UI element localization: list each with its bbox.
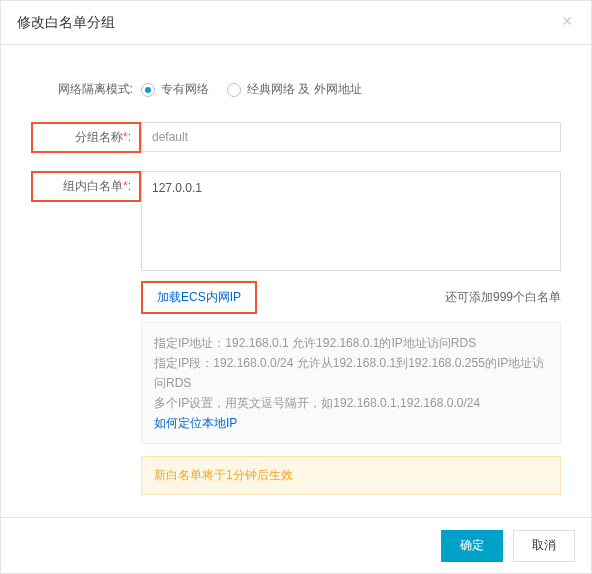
label-whitelist-text: 组内白名单 — [63, 179, 123, 193]
whitelist-link-row: 加载ECS内网IP 还可添加999个白名单 — [141, 281, 561, 314]
label-whitelist: 组内白名单*: — [31, 171, 141, 202]
whitelist-tip-box: 指定IP地址：192.168.0.1 允许192.168.0.1的IP地址访问R… — [141, 322, 561, 444]
dialog-footer: 确定 取消 — [1, 517, 591, 573]
required-mark: * — [123, 130, 128, 144]
required-mark: * — [123, 179, 128, 193]
tip-line-multi: 多个IP设置，用英文逗号隔开，如192.168.0.1,192.168.0.0/… — [154, 393, 548, 413]
whitelist-dialog: 修改白名单分组 × 网络隔离模式: 专有网络 经典网络 及 外网地址 分组名称*… — [0, 0, 592, 574]
radio-icon — [227, 83, 241, 97]
label-group-name: 分组名称*: — [31, 122, 141, 153]
cancel-button[interactable]: 取消 — [513, 530, 575, 562]
tip-line-cidr: 指定IP段：192.168.0.0/24 允许从192.168.0.1到192.… — [154, 353, 548, 393]
dialog-title: 修改白名单分组 — [17, 14, 115, 32]
tip-line-ip: 指定IP地址：192.168.0.1 允许192.168.0.1的IP地址访问R… — [154, 333, 548, 353]
load-ecs-ip-highlight: 加载ECS内网IP — [141, 281, 257, 314]
whitelist-warning: 新白名单将于1分钟后生效 — [141, 456, 561, 495]
ok-button[interactable]: 确定 — [441, 530, 503, 562]
radio-label: 专有网络 — [161, 81, 209, 98]
dialog-header: 修改白名单分组 × — [1, 1, 591, 45]
close-icon[interactable]: × — [557, 11, 577, 31]
label-group-name-text: 分组名称 — [75, 130, 123, 144]
group-name-input[interactable]: default — [141, 122, 561, 152]
dialog-body: 网络隔离模式: 专有网络 经典网络 及 外网地址 分组名称*: default — [1, 45, 591, 517]
radio-private-network[interactable]: 专有网络 — [141, 81, 209, 98]
whitelist-textarea[interactable]: 127.0.0.1 — [141, 171, 561, 271]
radio-label: 经典网络 及 外网地址 — [247, 81, 362, 98]
radio-group-network-mode: 专有网络 经典网络 及 外网地址 — [141, 75, 561, 104]
label-network-mode: 网络隔离模式: — [31, 75, 141, 104]
row-network-mode: 网络隔离模式: 专有网络 经典网络 及 外网地址 — [31, 75, 561, 104]
radio-icon — [141, 83, 155, 97]
load-ecs-ip-link[interactable]: 加载ECS内网IP — [157, 290, 241, 304]
radio-classic-network[interactable]: 经典网络 及 外网地址 — [227, 81, 362, 98]
row-whitelist: 组内白名单*: 127.0.0.1 加载ECS内网IP 还可添加999个白名单 … — [31, 171, 561, 495]
locate-local-ip-link[interactable]: 如何定位本地IP — [154, 413, 548, 433]
whitelist-remaining-text: 还可添加999个白名单 — [445, 289, 561, 306]
control-group-name: default — [141, 122, 561, 152]
row-group-name: 分组名称*: default — [31, 122, 561, 153]
control-whitelist: 127.0.0.1 加载ECS内网IP 还可添加999个白名单 指定IP地址：1… — [141, 171, 561, 495]
